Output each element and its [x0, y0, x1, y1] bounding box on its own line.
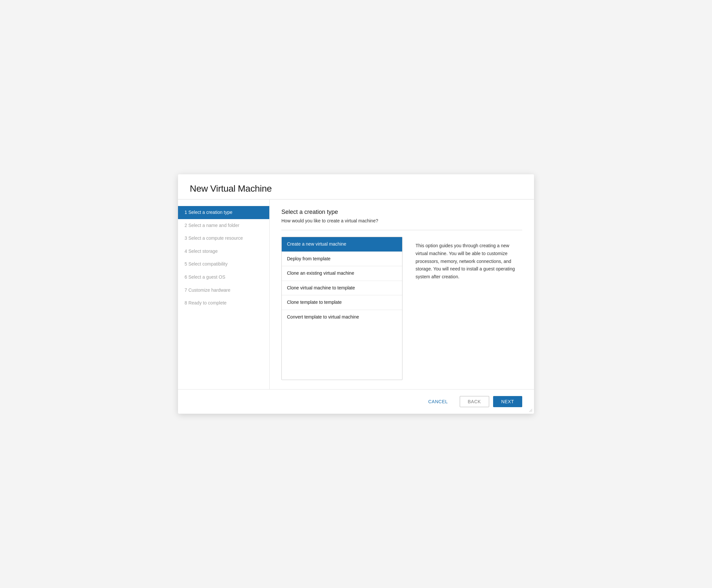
resize-handle[interactable] [529, 408, 533, 413]
option-item-clone-vm-to-template[interactable]: Clone virtual machine to template [282, 281, 402, 296]
option-item-clone-existing[interactable]: Clone an existing virtual machine [282, 266, 402, 281]
content-subtitle: How would you like to create a virtual m… [281, 218, 522, 223]
content-divider [281, 230, 522, 230]
option-item-convert-template[interactable]: Convert template to virtual machine [282, 310, 402, 324]
sidebar-item-step4: 4 Select storage [178, 245, 269, 258]
content-title: Select a creation type [281, 209, 522, 215]
sidebar-item-step8: 8 Ready to complete [178, 297, 269, 310]
option-description: This option guides you through creating … [409, 237, 522, 380]
wizard-sidebar: 1 Select a creation type 2 Select a name… [178, 200, 270, 389]
selection-area: Create a new virtual machine Deploy from… [281, 237, 522, 380]
dialog-title: New Virtual Machine [190, 184, 522, 194]
option-list: Create a new virtual machine Deploy from… [281, 237, 403, 380]
new-vm-dialog: New Virtual Machine 1 Select a creation … [178, 174, 534, 414]
cancel-button[interactable]: CANCEL [421, 396, 456, 407]
sidebar-item-step3: 3 Select a compute resource [178, 232, 269, 245]
main-content: Select a creation type How would you lik… [270, 200, 534, 389]
dialog-header: New Virtual Machine [178, 174, 534, 200]
option-item-create-new[interactable]: Create a new virtual machine [282, 237, 402, 252]
sidebar-item-step5: 5 Select compatibility [178, 258, 269, 271]
sidebar-item-step7: 7 Customize hardware [178, 284, 269, 297]
sidebar-item-step6: 6 Select a guest OS [178, 271, 269, 284]
dialog-body: 1 Select a creation type 2 Select a name… [178, 200, 534, 389]
back-button[interactable]: BACK [460, 396, 489, 407]
option-item-clone-template-to-template[interactable]: Clone template to template [282, 295, 402, 310]
dialog-footer: CANCEL BACK NEXT [178, 389, 534, 414]
option-item-deploy-template[interactable]: Deploy from template [282, 252, 402, 267]
sidebar-item-step1[interactable]: 1 Select a creation type [178, 206, 269, 219]
next-button[interactable]: NEXT [493, 396, 522, 407]
sidebar-item-step2: 2 Select a name and folder [178, 219, 269, 232]
